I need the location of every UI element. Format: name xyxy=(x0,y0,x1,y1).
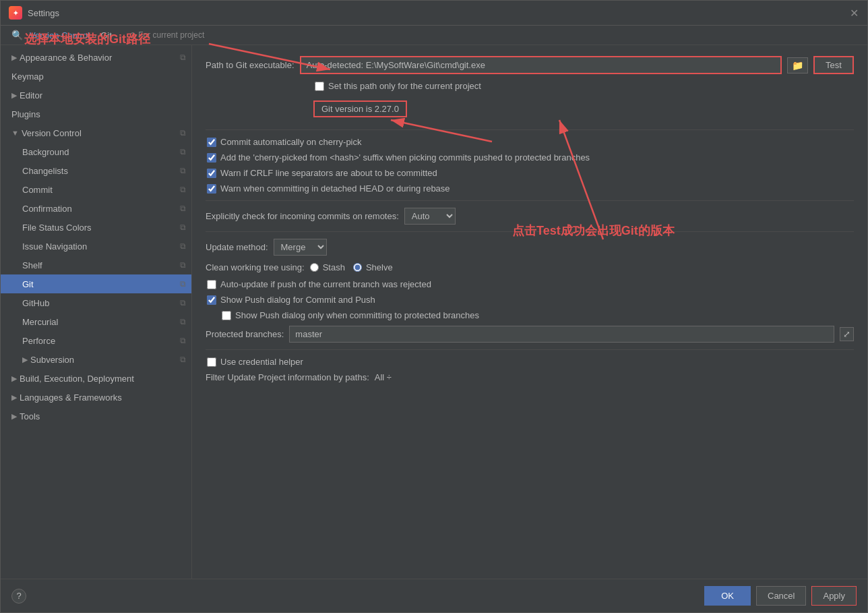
breadcrumb-for-project[interactable]: ⊙ For current project xyxy=(129,30,204,40)
update-method-row: Update method: Merge Rebase xyxy=(206,239,854,256)
clean-radio-group: Stash Shelve xyxy=(310,262,393,272)
protected-branches-input[interactable] xyxy=(289,326,834,343)
sidebar-item-keymap[interactable]: Keymap xyxy=(1,67,191,86)
sidebar-item-file-status-colors[interactable]: File Status Colors ⧉ xyxy=(1,218,191,237)
show-push-protected-checkbox[interactable] xyxy=(222,311,231,320)
filter-update-value[interactable]: All ÷ xyxy=(375,372,392,382)
right-panel: Path to Git executable: 📁 Test Set this … xyxy=(192,45,867,579)
shelve-radio-row: Shelve xyxy=(353,262,393,272)
protected-branches-label: Protected branches: xyxy=(206,329,284,339)
cancel-button[interactable]: Cancel xyxy=(756,586,806,606)
sidebar-item-tools[interactable]: ▶ Tools xyxy=(1,407,191,426)
sidebar: ▶ Appearance & Behavior ⧉ Keymap ▶ Edito… xyxy=(1,45,192,579)
auto-update-checkbox[interactable] xyxy=(207,280,216,289)
copy-icon: ⧉ xyxy=(180,53,186,62)
sidebar-item-version-control[interactable]: ▼ Version Control ⧉ xyxy=(1,123,191,142)
show-push-protected-row: Show Push dialog only when committing to… xyxy=(206,310,854,320)
sidebar-item-languages[interactable]: ▶ Languages & Frameworks xyxy=(1,388,191,407)
sidebar-item-commit[interactable]: Commit ⧉ xyxy=(1,180,191,199)
sidebar-label-keymap: Keymap xyxy=(11,71,44,82)
copy-icon-shelf: ⧉ xyxy=(180,260,186,270)
incoming-commits-select[interactable]: Auto Always Never xyxy=(404,208,456,225)
copy-icon-fsc: ⧉ xyxy=(180,223,186,232)
sidebar-item-issue-navigation[interactable]: Issue Navigation ⧉ xyxy=(1,237,191,256)
arrow-icon-languages: ▶ xyxy=(11,393,17,402)
sidebar-item-mercurial[interactable]: Mercurial ⧉ xyxy=(1,312,191,331)
show-push-row: Show Push dialog for Commit and Push xyxy=(206,295,854,305)
stash-radio[interactable] xyxy=(310,263,319,272)
incoming-commits-label: Explicitly check for incoming commits on… xyxy=(206,211,399,221)
sidebar-label-editor: Editor xyxy=(20,90,42,100)
sidebar-label-languages: Languages & Frameworks xyxy=(20,392,122,403)
sidebar-item-perforce[interactable]: Perforce ⧉ xyxy=(1,331,191,350)
copy-icon-changelists: ⧉ xyxy=(180,166,186,175)
protected-branches-row: Protected branches: ⤢ xyxy=(206,326,854,343)
copy-icon-subversion: ⧉ xyxy=(180,355,186,364)
cherry-pick-label: Commit automatically on cherry-pick xyxy=(220,137,362,147)
ok-button[interactable]: OK xyxy=(704,586,751,606)
show-push-label: Show Push dialog for Commit and Push xyxy=(220,295,375,305)
sidebar-item-build[interactable]: ▶ Build, Execution, Deployment xyxy=(1,369,191,388)
sidebar-label-github: GitHub xyxy=(22,298,49,308)
sidebar-item-plugins[interactable]: Plugins xyxy=(1,105,191,123)
git-path-input[interactable] xyxy=(300,56,782,74)
credential-checkbox[interactable] xyxy=(207,357,216,367)
sidebar-item-confirmation[interactable]: Confirmation ⧉ xyxy=(1,199,191,218)
warn-crlf-label: Warn if CRLF line separators are about t… xyxy=(220,168,437,178)
copy-icon-vc: ⧉ xyxy=(180,128,186,138)
breadcrumb-parent[interactable]: Version Control xyxy=(30,30,90,40)
copy-icon-mercurial: ⧉ xyxy=(180,317,186,326)
copy-icon-commit: ⧉ xyxy=(180,185,186,194)
copy-icon-perforce: ⧉ xyxy=(180,336,186,345)
cherry-suffix-checkbox[interactable] xyxy=(207,153,216,163)
show-push-checkbox[interactable] xyxy=(207,295,216,305)
sidebar-label-issue: Issue Navigation xyxy=(22,241,87,252)
sidebar-item-subversion[interactable]: ▶ Subversion ⧉ xyxy=(1,350,191,369)
shelve-radio[interactable] xyxy=(353,263,362,272)
path-row: Path to Git executable: 📁 Test xyxy=(206,56,854,74)
sidebar-label-plugins: Plugins xyxy=(11,109,40,119)
update-method-label: Update method: xyxy=(206,242,268,252)
clean-tree-row: Clean working tree using: Stash Shelve xyxy=(206,262,854,272)
sidebar-item-appearance[interactable]: ▶ Appearance & Behavior ⧉ xyxy=(1,48,191,67)
warn-detached-row: Warn when committing in detached HEAD or… xyxy=(206,183,854,194)
cherry-picked-suffix-row: Add the 'cherry-picked from <hash>' suff… xyxy=(206,152,854,163)
test-button[interactable]: Test xyxy=(813,56,854,74)
sidebar-item-shelf[interactable]: Shelf ⧉ xyxy=(1,256,191,274)
help-button[interactable]: ? xyxy=(11,589,26,604)
copy-icon-git: ⧉ xyxy=(180,279,186,289)
sidebar-label-perforce: Perforce xyxy=(22,336,55,346)
search-icon[interactable]: 🔍 xyxy=(11,30,23,40)
sidebar-item-background[interactable]: Background ⧉ xyxy=(1,142,191,161)
sidebar-label-tools: Tools xyxy=(20,411,40,421)
cherry-suffix-label: Add the 'cherry-picked from <hash>' suff… xyxy=(220,152,590,163)
update-method-select[interactable]: Merge Rebase xyxy=(274,239,327,256)
version-badge: Git version is 2.27.0 xyxy=(313,100,407,117)
arrow-icon: ▶ xyxy=(11,53,17,62)
apply-button[interactable]: Apply xyxy=(811,586,857,606)
sidebar-item-editor[interactable]: ▶ Editor xyxy=(1,86,191,105)
shelve-label: Shelve xyxy=(366,262,393,272)
bottom-left: ? xyxy=(11,589,26,604)
close-button[interactable]: ✕ xyxy=(848,7,859,18)
protected-expand-button[interactable]: ⤢ xyxy=(840,327,854,341)
copy-icon-confirmation: ⧉ xyxy=(180,204,186,213)
show-push-protected-label: Show Push dialog only when committing to… xyxy=(235,310,479,320)
arrow-icon-subversion: ▶ xyxy=(22,355,28,364)
sidebar-item-changelists[interactable]: Changelists ⧉ xyxy=(1,161,191,180)
arrow-icon-vc: ▼ xyxy=(11,129,19,137)
auto-update-row: Auto-update if push of the current branc… xyxy=(206,279,854,289)
folder-button[interactable]: 📁 xyxy=(787,57,808,74)
main-content: ▶ Appearance & Behavior ⧉ Keymap ▶ Edito… xyxy=(1,45,867,579)
current-project-row: Set this path only for the current proje… xyxy=(313,81,854,91)
current-project-checkbox[interactable] xyxy=(315,82,324,91)
path-label: Path to Git executable: xyxy=(206,60,294,70)
cherry-pick-checkbox[interactable] xyxy=(207,138,216,147)
arrow-icon-editor: ▶ xyxy=(11,91,17,100)
sidebar-item-git[interactable]: Git ⧉ xyxy=(1,274,191,293)
sidebar-label-git: Git xyxy=(22,279,34,289)
warn-detached-checkbox[interactable] xyxy=(207,184,216,194)
bottom-bar: ? OK Cancel Apply xyxy=(1,579,867,612)
warn-crlf-checkbox[interactable] xyxy=(207,169,216,178)
sidebar-item-github[interactable]: GitHub ⧉ xyxy=(1,293,191,312)
